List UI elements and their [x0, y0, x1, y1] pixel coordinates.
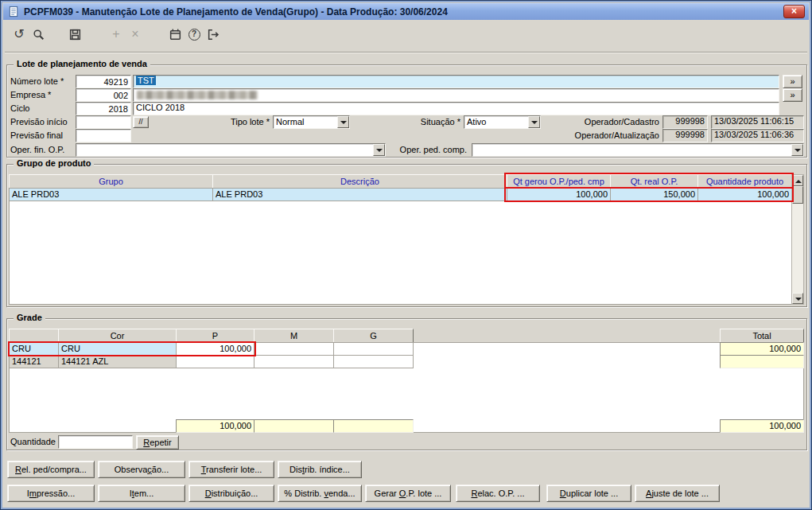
empresa-descricao-input[interactable] — [133, 88, 779, 102]
redacted-text — [137, 91, 258, 99]
pct-distrib-venda-button[interactable]: % Distrib. venda... — [278, 485, 362, 502]
ciclo-descricao-field[interactable]: CICLO 2018 — [133, 102, 779, 115]
calendar-icon[interactable] — [165, 24, 185, 45]
repetir-button[interactable]: Repetir — [136, 435, 179, 450]
close-button[interactable]: × — [783, 5, 805, 18]
situacao-label: Situação * — [403, 115, 460, 129]
empresa-zoom-button[interactable]: » — [783, 88, 802, 102]
numero-lote-label: Número lote * — [10, 75, 74, 88]
oper-ped-comp-label: Oper. ped. comp. — [390, 143, 467, 157]
transferir-lote-button[interactable]: Transferir lote... — [188, 461, 274, 478]
chevron-down-icon — [528, 116, 540, 128]
gerar-op-lote-button[interactable]: Gerar O.P. lote ... — [365, 485, 451, 502]
item-button[interactable]: Item... — [98, 485, 185, 502]
grade-header-total: Total — [720, 329, 804, 343]
previsao-inicio-label: Previsão início — [10, 115, 74, 129]
grade-row-cell[interactable] — [333, 342, 414, 356]
chevron-down-icon — [791, 144, 803, 156]
scrollbar-thumb[interactable] — [792, 186, 803, 204]
grade-row-cell[interactable] — [333, 355, 414, 368]
title-bar: PCPFM039 - Manutenção Lote de Planejamen… — [3, 3, 809, 20]
tipo-lote-label: Tipo lote * — [196, 115, 270, 129]
oper-ped-comp-select[interactable] — [472, 143, 804, 157]
group-grade-legend: Grade — [14, 313, 45, 322]
grupo-table-body — [9, 188, 792, 305]
lote-descricao-input[interactable]: TST — [133, 75, 779, 88]
distrib-indice-button[interactable]: Distrib. índice... — [278, 461, 362, 478]
group-grupo-produto: Grupo de produto Grupo Descrição Qt gero… — [6, 164, 807, 307]
distribuicao-button[interactable]: Distribuição... — [188, 485, 274, 502]
grade-header-codigo — [9, 329, 59, 343]
delete-icon[interactable]: × — [126, 24, 145, 45]
grade-row-cell[interactable]: 144121 AZL — [58, 355, 177, 368]
app-window: PCPFM039 - Manutenção Lote de Planejamen… — [0, 0, 812, 510]
ciclo-input[interactable] — [76, 102, 131, 115]
grade-row-cell[interactable]: 100,000 — [176, 342, 254, 356]
situacao-select[interactable]: Ativo — [464, 115, 541, 129]
grupo-row-cell-qt-real[interactable]: 150,000 — [610, 188, 698, 201]
relac-op-button[interactable]: Relac. O.P. ... — [456, 485, 540, 502]
grade-header-cor: Cor — [58, 329, 177, 343]
grupo-header-grupo: Grupo — [9, 174, 213, 189]
operador-atualizacao-label: Operador/Atualização — [559, 129, 659, 142]
operador-atualizacao-codigo: 999998 — [662, 129, 708, 142]
group-grupo-produto-legend: Grupo de produto — [14, 158, 94, 168]
grade-total-p: 100,000 — [176, 419, 254, 433]
group-grade: Grade Cor P M G Total CRU CRU 100,000 10… — [6, 318, 807, 450]
operador-cadastro-datahora: 13/03/2025 11:06:15 — [711, 115, 804, 129]
grade-row-total-cell — [720, 355, 804, 368]
scroll-up-button[interactable] — [792, 175, 803, 186]
add-icon[interactable]: + — [107, 24, 126, 45]
quantidade-input[interactable] — [58, 435, 133, 449]
quantidade-label: Quantidade — [10, 435, 56, 449]
grade-row-cell[interactable] — [176, 355, 254, 368]
grupo-row-cell-quantidade[interactable]: 100,000 — [697, 188, 792, 201]
oper-fin-op-select[interactable] — [76, 143, 386, 157]
triangle-up-icon — [795, 180, 802, 183]
ciclo-label: Ciclo — [10, 102, 74, 115]
grade-row-cell[interactable]: 144121 — [9, 355, 59, 368]
previsao-final-input[interactable] — [76, 129, 131, 142]
window-title: PCPFM039 - Manutenção Lote de Planejamen… — [24, 6, 779, 18]
exit-icon[interactable] — [204, 24, 223, 45]
previsao-inicio-input[interactable] — [76, 115, 131, 129]
help-icon[interactable]: ? — [185, 24, 204, 45]
chevron-down-icon — [337, 116, 349, 128]
app-icon — [7, 6, 20, 18]
previsao-final-label: Previsão final — [10, 129, 74, 142]
date-helper-button[interactable]: // — [133, 116, 149, 128]
grupo-row-cell-descricao[interactable]: ALE PRD03 — [212, 188, 507, 201]
grade-header-m: M — [254, 329, 334, 343]
numero-lote-input[interactable] — [76, 75, 131, 88]
rel-ped-compra-button[interactable]: Rel. ped/compra... — [7, 461, 95, 478]
save-icon[interactable] — [65, 24, 84, 45]
undo-icon[interactable]: ↺ — [10, 24, 29, 45]
group-lote-legend: Lote de planejamento de venda — [14, 59, 150, 68]
ajuste-de-lote-button[interactable]: Ajuste de lote ... — [635, 485, 720, 502]
grupo-header-qt-gerou: Qt gerou O.P./ped. cmp — [507, 174, 611, 189]
search-icon[interactable] — [29, 24, 48, 45]
tipo-lote-select[interactable]: Normal — [273, 115, 350, 129]
grupo-row-cell-grupo[interactable]: ALE PRD03 — [9, 188, 213, 201]
selected-text: TST — [136, 76, 156, 85]
grade-row-cell[interactable] — [254, 342, 334, 356]
scroll-down-button[interactable] — [792, 293, 803, 304]
observacao-button[interactable]: Observação... — [98, 461, 185, 478]
grupo-row-cell-qt-gerou[interactable]: 100,000 — [507, 188, 611, 201]
oper-fin-op-label: Oper. fin. O.P. — [10, 143, 74, 157]
grupo-header-quantidade: Quantidade produto — [697, 174, 792, 189]
grupo-header-descricao: Descrição — [212, 174, 507, 189]
impressao-button[interactable]: Impressão... — [7, 485, 95, 502]
chevron-down-icon — [373, 144, 385, 156]
grupo-header-qt-real: Qt. real O.P. — [610, 174, 698, 189]
numero-lote-zoom-button[interactable]: » — [783, 75, 802, 88]
duplicar-lote-button[interactable]: Duplicar lote ... — [546, 485, 631, 502]
toolbar-divider — [5, 52, 807, 53]
grade-row-cell[interactable]: CRU — [58, 342, 177, 356]
grupo-table-scrollbar[interactable] — [791, 174, 804, 305]
operador-cadastro-label: Operador/Cadastro — [559, 115, 659, 129]
empresa-input[interactable] — [76, 88, 131, 102]
grade-total-g — [333, 419, 414, 433]
grade-row-cell[interactable] — [254, 355, 334, 368]
grade-row-cell[interactable]: CRU — [9, 342, 59, 356]
